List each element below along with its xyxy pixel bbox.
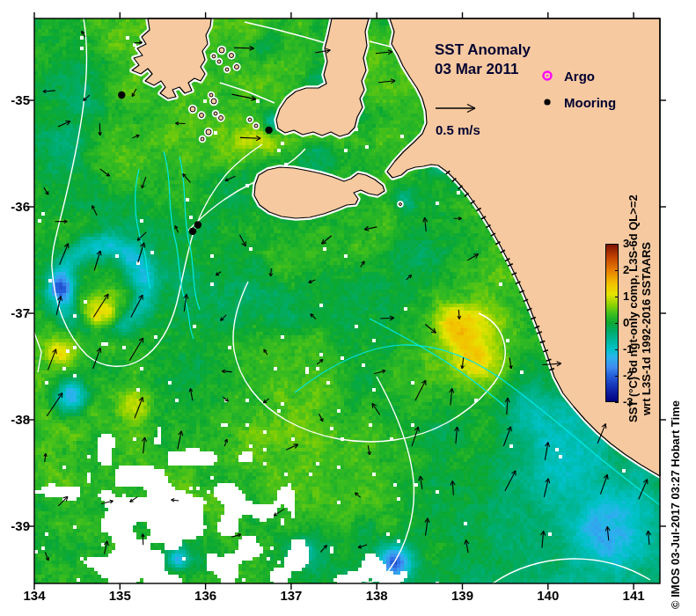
current-vector-head: [428, 518, 429, 523]
ocean-contour: [233, 282, 505, 442]
land-mainland: [387, 18, 660, 476]
island: [248, 118, 252, 121]
current-vector-head: [189, 389, 190, 392]
mooring-marker: [194, 221, 201, 228]
current-vector: [507, 398, 508, 414]
current-vector-head: [251, 99, 255, 101]
sst-anomaly-map-figure: SST Anomaly 03 Mar 2011 Argo Mooring 0.5…: [0, 0, 696, 616]
current-vector-head: [144, 243, 145, 247]
island: [230, 54, 234, 58]
island: [211, 99, 216, 104]
current-vector-head: [187, 295, 188, 299]
current-vector: [93, 294, 108, 317]
island: [235, 65, 239, 70]
ocean-contour: [360, 377, 414, 583]
legend-argo-marker-dot: [546, 75, 548, 77]
current-vector-head: [358, 547, 362, 548]
island: [212, 55, 216, 58]
y-tick-label: -37: [0, 305, 30, 320]
y-tick-label: -38: [0, 412, 30, 427]
island: [209, 93, 213, 97]
current-vector: [240, 137, 260, 138]
current-vector: [415, 380, 426, 400]
current-vector-head: [100, 251, 101, 255]
current-vector-head: [607, 475, 608, 480]
current-vector: [274, 509, 284, 516]
mooring-marker: [189, 228, 196, 235]
current-vector: [48, 349, 55, 370]
current-vector-head: [145, 437, 147, 442]
current-vector: [129, 338, 143, 361]
island: [206, 129, 211, 135]
ocean-contour: [245, 22, 332, 45]
current-vector: [234, 48, 254, 48]
current-vector: [505, 471, 516, 491]
x-tick-label: 140: [529, 588, 568, 603]
colorbar-tick-mark: [615, 297, 619, 297]
current-vector-head: [605, 424, 606, 429]
current-vector-head: [61, 297, 62, 301]
bathymetry-contour: [164, 151, 194, 339]
current-vector-head: [548, 443, 550, 447]
legend-mooring-marker: [544, 99, 550, 105]
scale-arrow-label: 0.5 m/s: [436, 122, 480, 137]
island: [219, 116, 223, 121]
ocean-contour: [493, 559, 650, 583]
colorbar-label-line1: SST (°C) 6d ngt-only comp, L3S-6d QL>=2: [626, 194, 640, 422]
x-tick-label: 136: [187, 588, 225, 603]
y-tick-label: -39: [0, 518, 30, 533]
mooring-marker: [118, 92, 125, 99]
current-vector-head: [110, 500, 114, 501]
colorbar-label-line2: wrt L3S-1d 1992-2016 SSTAARS: [640, 242, 653, 415]
map-overlay: [0, 0, 696, 616]
current-vector-head: [181, 431, 183, 436]
current-vector-head: [605, 526, 607, 531]
current-vector-head: [100, 348, 101, 353]
colorbar-tick-mark: [615, 244, 619, 245]
colorbar-tick-mark: [615, 376, 619, 377]
current-vector-head: [511, 365, 512, 369]
current-vector: [380, 318, 394, 319]
colorbar-tick-mark: [615, 402, 619, 403]
island: [201, 137, 204, 141]
current-vector: [60, 244, 69, 265]
current-vector-head: [423, 217, 425, 222]
island: [214, 112, 217, 115]
current-vector-head: [263, 402, 267, 403]
current-vector-head: [238, 534, 241, 535]
current-vector-head: [418, 427, 419, 431]
current-vector: [47, 393, 62, 416]
current-vector-head: [372, 404, 373, 408]
current-vector-head: [465, 540, 466, 545]
colorbar-tick-mark: [615, 323, 619, 324]
x-tick-label: 137: [272, 588, 311, 603]
attribution-text: © IMOS 03-Jul-2017 03:27 Hobart Time: [669, 400, 682, 609]
island: [219, 48, 224, 53]
x-tick-label: 138: [357, 588, 396, 603]
current-vector: [100, 169, 110, 176]
current-vector-head: [364, 230, 369, 231]
x-tick-label: 139: [443, 588, 482, 603]
current-vector-head: [143, 398, 143, 402]
island: [254, 124, 258, 128]
current-vector-head: [382, 370, 385, 370]
island: [200, 114, 204, 118]
island: [225, 68, 229, 71]
current-vector-head: [388, 50, 392, 52]
current-vector-head: [370, 451, 370, 455]
ocean-contour: [220, 83, 275, 103]
x-tick-label: 141: [614, 588, 653, 603]
y-tick-label: -36: [0, 199, 30, 214]
legend-mooring-label: Mooring: [564, 95, 616, 110]
current-vector-head: [56, 349, 57, 354]
mooring-marker: [265, 127, 272, 134]
current-vector-head: [391, 79, 395, 81]
y-tick-label: -35: [0, 92, 30, 107]
island: [190, 106, 195, 112]
map-title: SST Anomaly 03 Mar 2011: [435, 40, 531, 79]
map-title-line2: 03 Mar 2011: [435, 60, 531, 79]
current-vector-head: [511, 427, 512, 431]
map-title-line1: SST Anomaly: [435, 40, 531, 60]
island: [217, 60, 221, 63]
ocean-contour: [34, 333, 41, 372]
